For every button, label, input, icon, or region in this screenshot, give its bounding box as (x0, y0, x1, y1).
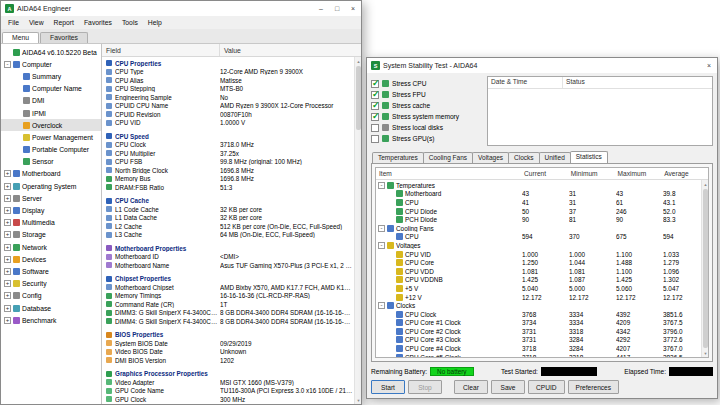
report-row[interactable]: Engineering Sample No (102, 93, 361, 102)
report-row[interactable]: CPU Alias Matisse (102, 76, 361, 85)
stats-row[interactable]: +12 V 12.172 12.172 12.172 12.172 (376, 293, 708, 302)
report-row[interactable]: GPU Clock 300 MHz (102, 395, 361, 404)
tree-item[interactable]: Summary (1, 70, 101, 82)
menu-item[interactable]: View (24, 19, 49, 26)
tree-item[interactable]: + Config (1, 290, 101, 302)
group-expander-icon[interactable] (387, 319, 394, 326)
tree-item[interactable]: DMI (1, 95, 101, 107)
report-row[interactable]: CPU VID 1.0000 V (102, 119, 361, 128)
report-row[interactable]: CPU Stepping MTS-B0 (102, 85, 361, 94)
group-expander-icon[interactable]: - (378, 302, 385, 309)
stats-row[interactable]: CPU Clock 3768 3334 4392 3851.6 (376, 310, 708, 319)
report-row[interactable]: CPU Clock 3718.0 MHz (102, 141, 361, 150)
stats-row[interactable]: Motherboard 43 31 43 39.8 (376, 190, 708, 199)
group-expander-icon[interactable] (387, 251, 394, 258)
report-row[interactable]: CPU Type 12-Core AMD Ryzen 9 3900X (102, 68, 361, 77)
checkbox[interactable] (371, 102, 379, 110)
checkbox[interactable] (371, 135, 379, 143)
report-row[interactable]: Video Adapter MSI GTX 1660 (MS-V379) (102, 378, 361, 387)
tree-expander-icon[interactable]: + (4, 268, 11, 275)
tree-expander-icon[interactable]: + (4, 292, 11, 299)
stats-row[interactable]: CPU VDD 1.081 1.081 1.100 1.096 (376, 267, 708, 276)
group-expander-icon[interactable] (387, 345, 394, 352)
tree-expander-icon[interactable] (14, 73, 21, 80)
statistics-column-header[interactable]: Item (376, 170, 521, 177)
tree-expander-icon[interactable] (14, 146, 21, 153)
statistics-column-header[interactable]: Current (521, 170, 568, 177)
stats-row[interactable]: CPU Core 1.250 1.044 1.488 1.279 (376, 258, 708, 267)
sst-tab[interactable]: Voltages (472, 152, 509, 163)
tree-expander-icon[interactable]: + (4, 219, 11, 226)
value-column-header[interactable]: Value (220, 47, 241, 54)
stress-checkbox-row[interactable]: Stress system memory (371, 111, 481, 122)
stress-checkbox-row[interactable]: Stress FPU (371, 89, 481, 100)
tree-item[interactable]: Portable Computer (1, 144, 101, 156)
statistics-column-header[interactable]: Average (661, 170, 708, 177)
report-row[interactable]: Motherboard Chipset AMD Bixby X570, AMD … (102, 283, 361, 292)
report-row[interactable]: DIMM3: G Skill SniperX F4-3400C16-8GSXW … (102, 309, 361, 318)
stats-row[interactable]: - Voltages (376, 241, 708, 250)
report-row[interactable]: BIOS Properties (102, 331, 361, 340)
group-expander-icon[interactable] (387, 190, 394, 197)
report-row[interactable]: Video BIOS Date Unknown (102, 348, 361, 357)
tree-expander-icon[interactable]: + (4, 256, 11, 263)
tree-item[interactable]: Overclock (1, 119, 101, 131)
tree-item[interactable]: + Multimedia (1, 217, 101, 229)
report-row[interactable]: Memory Timings 16-16-16-36 (CL-RCD-RP-RA… (102, 292, 361, 301)
tree-expander-icon[interactable] (14, 134, 21, 141)
report-row[interactable]: CPU Multiplier 37.25x (102, 149, 361, 158)
tree-expander-icon[interactable] (14, 110, 21, 117)
stats-row[interactable]: CPU 594 370 675 594 (376, 233, 708, 242)
group-expander-icon[interactable] (387, 336, 394, 343)
report-row[interactable]: CPU FSB 99.8 MHz (original: 100 MHz) (102, 158, 361, 167)
tab[interactable]: Menu (2, 32, 39, 43)
group-expander-icon[interactable] (387, 328, 394, 335)
group-expander-icon[interactable] (387, 294, 394, 301)
statistics-scrollbar[interactable]: ▲ ▼ (701, 180, 708, 357)
scrollbar-thumb[interactable] (356, 66, 361, 130)
statistics-column-header[interactable]: Maximum (615, 170, 662, 177)
stress-checkbox-row[interactable]: Stress cache (371, 100, 481, 111)
tab[interactable]: Favorites (40, 32, 88, 43)
group-expander-icon[interactable] (387, 233, 394, 240)
report-row[interactable]: Motherboard Properties (102, 244, 361, 253)
stats-row[interactable]: CPU VDDNB 1.425 1.087 1.425 1.302 (376, 276, 708, 285)
close-button[interactable]: × (345, 1, 361, 16)
menu-item[interactable]: Help (143, 19, 167, 26)
report-row[interactable]: L1 Code Cache 32 KB per core (102, 205, 361, 214)
datetime-column-header[interactable]: Date & Time (488, 77, 563, 88)
group-expander-icon[interactable] (387, 285, 394, 292)
tree-item[interactable]: + Display (1, 204, 101, 216)
tree-item[interactable]: + Security (1, 278, 101, 290)
menu-item[interactable]: Favorites (79, 19, 117, 26)
stress-checkbox-row[interactable]: Stress GPU(s) (371, 133, 481, 144)
group-expander-icon[interactable] (387, 216, 394, 223)
status-column-header[interactable]: Status (563, 77, 588, 88)
group-expander-icon[interactable] (387, 311, 394, 318)
report-row[interactable]: CPU Cache (102, 197, 361, 206)
tree-item[interactable]: - Computer (1, 58, 101, 70)
minimize-button[interactable]: – (313, 1, 329, 16)
tree-item[interactable]: Computer Name (1, 83, 101, 95)
button[interactable]: Stop (408, 380, 442, 394)
group-expander-icon[interactable] (387, 276, 394, 283)
report-row[interactable]: System BIOS Date 09/29/2019 (102, 339, 361, 348)
stats-row[interactable]: - Clocks (376, 301, 708, 310)
field-column-header[interactable]: Field (102, 44, 220, 56)
group-expander-icon[interactable] (387, 259, 394, 266)
report-row[interactable]: North Bridge Clock 1696.8 MHz (102, 166, 361, 175)
stats-row[interactable]: CPU Core #4 Clock 3718 3284 4207 3767.0 (376, 344, 708, 353)
report-row[interactable]: Command Rate (CR) 1T (102, 300, 361, 309)
stats-row[interactable]: - Cooling Fans (376, 224, 708, 233)
group-expander-icon[interactable] (387, 354, 394, 357)
tree-expander-icon[interactable] (14, 122, 21, 129)
sst-tab[interactable]: Statistics (570, 151, 608, 163)
stats-row[interactable]: CPU Diode 50 37 246 52.0 (376, 207, 708, 216)
group-expander-icon[interactable] (387, 208, 394, 215)
checkbox[interactable] (371, 113, 379, 121)
report-row[interactable]: Motherboard ID <DMI> (102, 253, 361, 262)
checkbox[interactable] (371, 124, 379, 132)
stats-row[interactable]: PCH Diode 90 81 90 83.3 (376, 215, 708, 224)
statistics-column-header[interactable]: Minimum (568, 170, 615, 177)
tree-item[interactable]: + Benchmark (1, 314, 101, 326)
